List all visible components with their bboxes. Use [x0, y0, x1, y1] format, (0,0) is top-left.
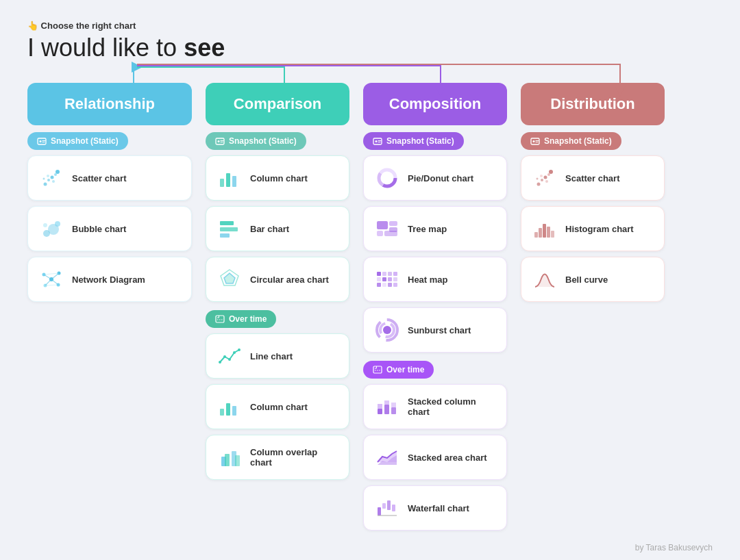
svg-rect-98 [539, 228, 542, 238]
chart-line[interactable]: Line chart [206, 333, 349, 379]
svg-point-9 [43, 178, 45, 180]
chart-donut[interactable]: Pie/Donut chart [363, 155, 507, 201]
svg-rect-29 [232, 176, 236, 187]
footer: by Taras Bakusevych [27, 543, 713, 552]
svg-point-90 [541, 179, 543, 181]
scatter-icon [38, 164, 65, 192]
svg-point-94 [540, 175, 543, 177]
svg-rect-65 [382, 277, 386, 281]
svg-rect-66 [388, 277, 392, 281]
svg-point-5 [54, 173, 57, 176]
svg-point-96 [536, 178, 539, 180]
chart-bubble[interactable]: Bubble chart [27, 206, 192, 251]
svg-rect-79 [384, 400, 389, 405]
chart-column-overtime[interactable]: Column chart [206, 384, 349, 429]
cat-header-composition: Composition [363, 83, 507, 125]
header-title: I would like to see [27, 34, 713, 62]
svg-point-88 [533, 140, 535, 142]
svg-rect-84 [387, 500, 391, 510]
network-icon [38, 266, 65, 293]
chart-stacked-area[interactable]: Stacked area chart [363, 435, 507, 480]
svg-rect-36 [216, 316, 224, 322]
chart-column-comp[interactable]: Column chart [206, 155, 349, 201]
svg-point-2 [44, 183, 47, 186]
svg-rect-101 [551, 231, 554, 238]
svg-point-13 [43, 223, 47, 227]
svg-point-12 [55, 221, 60, 227]
header-tag: 👆 Choose the right chart [27, 21, 713, 31]
stacked-area-label: Stacked area chart [408, 453, 487, 463]
section-overtime-comparison: Over time [206, 310, 276, 328]
svg-point-93 [549, 170, 553, 174]
svg-rect-68 [377, 283, 381, 287]
chart-network[interactable]: Network Diagram [27, 257, 192, 302]
bar-label: Bar chart [250, 224, 289, 234]
svg-rect-43 [226, 403, 230, 416]
chart-circular-area[interactable]: Circular area chart [206, 257, 349, 302]
column-overlap-icon [216, 444, 243, 471]
chart-stacked-column[interactable]: Stacked column chart [363, 384, 507, 429]
svg-rect-67 [393, 277, 397, 281]
chart-histogram[interactable]: Histogram chart [521, 206, 665, 251]
chart-bell[interactable]: Bell curve [521, 257, 665, 302]
chart-waterfall[interactable]: Waterfall chart [363, 485, 507, 531]
bell-label: Bell curve [565, 275, 608, 285]
waterfall-icon [373, 494, 401, 522]
heatmap-icon [373, 266, 401, 293]
treemap-label: Tree map [408, 224, 447, 234]
svg-line-24 [45, 285, 58, 285]
svg-line-19 [44, 275, 51, 279]
network-label: Network Diagram [72, 275, 145, 285]
chart-treemap[interactable]: Tree map [363, 206, 507, 251]
svg-rect-85 [392, 505, 395, 511]
svg-point-89 [537, 183, 541, 186]
scatter2-icon [531, 164, 558, 192]
chart-scatter-rel[interactable]: Scatter chart [27, 155, 192, 201]
svg-rect-77 [378, 404, 382, 409]
chart-heatmap[interactable]: Heat map [363, 257, 507, 302]
scatter2-label: Scatter chart [565, 173, 619, 183]
svg-rect-56 [389, 221, 397, 226]
svg-rect-81 [391, 403, 396, 407]
column-comp-label: Column chart [250, 173, 308, 183]
svg-point-39 [228, 358, 231, 361]
svg-rect-80 [391, 407, 396, 414]
svg-rect-59 [384, 231, 397, 236]
donut-label: Pie/Donut chart [408, 173, 473, 183]
svg-rect-87 [531, 138, 539, 144]
histogram-icon [531, 215, 558, 242]
svg-rect-75 [373, 366, 382, 373]
svg-rect-69 [382, 283, 386, 287]
chart-sunburst[interactable]: Sunburst chart [363, 307, 507, 353]
svg-point-40 [233, 351, 236, 354]
scatter-label: Scatter chart [72, 173, 126, 183]
svg-point-95 [545, 180, 548, 183]
svg-line-22 [51, 279, 58, 285]
svg-rect-60 [377, 272, 381, 276]
line-label: Line chart [250, 351, 293, 361]
column2-label: Column chart [250, 402, 308, 412]
section-snapshot-composition: Snapshot (Static) [363, 132, 464, 150]
svg-rect-30 [220, 221, 234, 225]
svg-rect-32 [220, 233, 230, 238]
svg-rect-61 [382, 272, 386, 276]
svg-rect-31 [220, 227, 238, 231]
column-comparison: Comparison Snapshot (Static) Column char… [206, 83, 349, 536]
sunburst-label: Sunburst chart [408, 325, 471, 335]
column-composition: Composition Snapshot (Static) Pie/Donut … [363, 83, 507, 536]
svg-point-3 [47, 179, 50, 181]
svg-rect-42 [220, 409, 224, 416]
heatmap-label: Heat map [408, 275, 448, 285]
svg-rect-71 [393, 283, 397, 287]
svg-rect-100 [547, 227, 550, 238]
chart-column-overlap[interactable]: Column overlap chart [206, 435, 349, 480]
svg-rect-48 [235, 455, 240, 466]
main-grid: Relationship Snapshot (Static) Scatter c… [27, 83, 713, 536]
svg-line-21 [45, 279, 51, 285]
svg-rect-83 [382, 503, 386, 509]
svg-point-72 [383, 326, 391, 334]
chart-scatter-dist[interactable]: Scatter chart [521, 155, 665, 201]
line-icon [216, 342, 243, 370]
column-icon [216, 164, 243, 192]
chart-bar[interactable]: Bar chart [206, 206, 349, 251]
